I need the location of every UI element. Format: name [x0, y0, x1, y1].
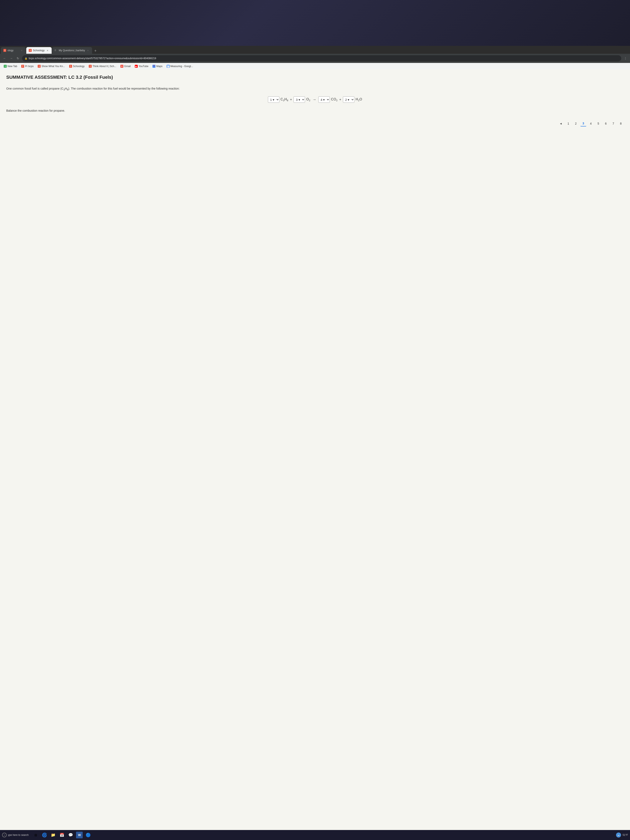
formula-water: H2O: [355, 98, 362, 102]
bookmark-label-pr-bcps: Pr bcps: [25, 65, 33, 68]
tab-close-ology[interactable]: ✕: [20, 49, 23, 52]
back-button[interactable]: ←: [2, 56, 7, 61]
tab-favicon-ology: S: [3, 49, 6, 52]
bookmark-favicon-show-what: S: [38, 65, 41, 68]
balance-instruction: Balance the combustion reaction for prop…: [6, 109, 624, 112]
bookmark-label-new-tab: New Tab: [8, 65, 17, 68]
pagination-page-3[interactable]: 3: [580, 121, 586, 126]
url-text: bcps.schoology.com/common-assessment-del…: [29, 57, 156, 60]
bookmark-favicon-pr-bcps: P: [21, 65, 24, 68]
formula-co2: CO2: [331, 98, 338, 102]
taskbar-word-icon[interactable]: W: [76, 832, 83, 838]
coeff2-dropdown[interactable]: 1 2 3 ▾ 4 5: [294, 96, 305, 103]
bookmark-pr-bcps[interactable]: P Pr bcps: [20, 64, 35, 68]
question-text: One common fossil fuel is called propane…: [6, 86, 194, 92]
bookmark-favicon-think-about: S: [89, 65, 92, 68]
bookmark-think-about[interactable]: S Think About It | Sch...: [87, 64, 118, 68]
tab-label-bartleby: My Questions | bartleby: [59, 49, 85, 52]
taskbar: ○ ype here to search ⊞ 🌀 📁 📅 💬 W 🔵 ☁ 51°…: [0, 830, 630, 840]
browser-window: S ology ✕ S Schoology ✕ B My Questions |…: [0, 46, 630, 830]
taskbar-search-text: ype here to search: [8, 834, 28, 837]
equation-container: 1 ▾ 2 3 4 5 C3H8 + 1 2 3 ▾ 4 5 O2 →: [6, 96, 624, 103]
bookmark-measuring[interactable]: 📄 Measuring - Googl...: [165, 64, 195, 68]
taskbar-mail-icon[interactable]: 💬: [67, 832, 74, 838]
bookmark-maps[interactable]: 📍 Maps: [151, 64, 164, 68]
bookmark-favicon-maps: 📍: [153, 65, 155, 68]
formula-oxygen: O2: [306, 98, 310, 102]
bookmark-label-gmail: Gmail: [124, 65, 131, 68]
pagination-page-7[interactable]: 7: [610, 121, 616, 126]
taskbar-chrome-icon[interactable]: 🔵: [85, 832, 92, 838]
pagination-page-1[interactable]: 1: [565, 121, 571, 126]
plus-sign-2: +: [339, 98, 341, 101]
taskbar-apps: ⊞ 🌀 📁 📅 💬 W 🔵: [32, 832, 92, 838]
pagination-page-5[interactable]: 5: [595, 121, 601, 126]
tab-close-schoology[interactable]: ✕: [46, 49, 49, 52]
tab-favicon-bartleby: B: [55, 49, 57, 52]
forward-button[interactable]: →: [9, 56, 14, 61]
coeff4-dropdown[interactable]: 1 2 ▾ 3 4 5: [343, 96, 354, 103]
tab-close-bartleby[interactable]: ✕: [86, 49, 90, 52]
address-bar-row: ← → ↻ 🔒 bcps.schoology.com/common-assess…: [0, 54, 630, 63]
bookmark-youtube[interactable]: ▶ YouTube: [133, 64, 150, 68]
weather-icon: ☁: [616, 832, 621, 837]
pagination-page-4[interactable]: 4: [588, 121, 594, 126]
page-title: SUMMATIVE ASSESSMENT: LC 3.2 (Fossil Fue…: [6, 74, 624, 80]
top-background-area: [0, 0, 630, 46]
pagination-page-6[interactable]: 6: [603, 121, 609, 126]
plus-sign-1: +: [290, 98, 292, 101]
bookmark-label-youtube: YouTube: [139, 65, 148, 68]
lock-icon: 🔒: [25, 57, 27, 60]
taskbar-file-explorer-icon[interactable]: 📁: [50, 832, 57, 838]
coeff3-dropdown[interactable]: 1 2 3 4 ▾ 5: [318, 96, 330, 103]
coeff1-dropdown[interactable]: 1 ▾ 2 3 4 5: [268, 96, 279, 103]
bookmark-label-schoology: Schoology: [73, 65, 85, 68]
bookmark-label-measuring: Measuring - Googl...: [171, 65, 193, 68]
bookmark-schoology[interactable]: S Schoology: [68, 64, 86, 68]
tab-schoology[interactable]: S Schoology ✕: [26, 47, 52, 54]
address-bar[interactable]: 🔒 bcps.schoology.com/common-assessment-d…: [22, 55, 621, 62]
bookmark-label-think-about: Think About It | Sch...: [93, 65, 116, 68]
tab-add-button[interactable]: +: [93, 48, 98, 54]
bookmark-favicon-measuring: 📄: [167, 65, 170, 68]
bookmark-gmail[interactable]: M Gmail: [119, 64, 132, 68]
taskbar-right-area: ☁ 51°F: [616, 832, 628, 837]
reload-button[interactable]: ↻: [16, 56, 21, 61]
page-content: SUMMATIVE ASSESSMENT: LC 3.2 (Fossil Fue…: [0, 69, 630, 830]
tab-ology[interactable]: S ology ✕: [1, 47, 26, 54]
bookmark-show-what[interactable]: S Show What You Kn...: [36, 64, 67, 68]
pagination-page-2[interactable]: 2: [573, 121, 579, 126]
tab-bar: S ology ✕ S Schoology ✕ B My Questions |…: [0, 46, 630, 54]
formula-propane: C3H8: [281, 98, 288, 102]
pagination-row: ◄ 1 2 3 4 5 6 7 8: [6, 117, 624, 131]
extensions-button[interactable]: ⋮: [623, 56, 628, 61]
bookmark-favicon-new-tab: S: [4, 65, 7, 68]
tab-label-schoology: Schoology: [33, 49, 44, 52]
bookmarks-bar: S New Tab P Pr bcps S Show What You Kn..…: [0, 63, 630, 69]
bookmark-favicon-schoology: S: [69, 65, 72, 68]
taskbar-widgets-icon[interactable]: ⊞: [32, 832, 39, 838]
reaction-arrow: →: [313, 98, 316, 102]
bookmark-label-show-what: Show What You Kn...: [41, 65, 65, 68]
tab-favicon-schoology: S: [29, 49, 32, 52]
search-circle-icon: ○: [2, 833, 7, 837]
pagination-page-8[interactable]: 8: [618, 121, 624, 126]
tab-bartleby[interactable]: B My Questions | bartleby ✕: [52, 47, 92, 54]
tab-label-ology: ology: [8, 49, 14, 52]
taskbar-edge-icon[interactable]: 🌀: [41, 832, 48, 838]
weather-temp: 51°F: [623, 834, 628, 837]
bookmark-favicon-gmail: M: [120, 65, 123, 68]
bookmark-label-maps: Maps: [156, 65, 162, 68]
taskbar-calendar-icon[interactable]: 📅: [58, 832, 65, 838]
taskbar-search-area[interactable]: ○ ype here to search: [2, 833, 28, 837]
pagination-prev-button[interactable]: ◄: [558, 121, 564, 126]
bookmark-favicon-youtube: ▶: [135, 65, 138, 68]
bookmark-new-tab[interactable]: S New Tab: [2, 64, 19, 68]
